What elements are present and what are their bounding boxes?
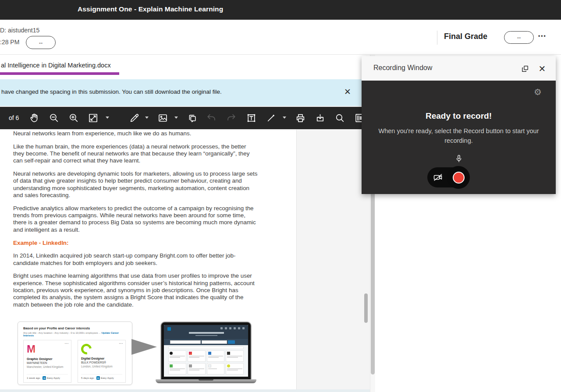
zoom-in-icon	[68, 113, 79, 124]
line-annotation-button[interactable]	[265, 112, 277, 124]
job-company: MAYNINETEEN	[27, 361, 68, 364]
laptop-headline-bar	[189, 332, 224, 334]
arrow-right-icon	[131, 339, 157, 355]
text-annotation-icon	[246, 113, 257, 124]
fit-to-page-button[interactable]	[87, 112, 99, 124]
assignment-title: Assignment One - Explain Machine Learnin…	[78, 5, 223, 13]
zoom-out-button[interactable]	[48, 112, 60, 124]
image-annotation-button[interactable]	[156, 112, 169, 124]
outer-scrollbar-thumb[interactable]	[371, 191, 375, 374]
image-options-caret-icon[interactable]	[174, 117, 178, 119]
zoom-in-button[interactable]	[67, 112, 80, 124]
laptop-illustration	[156, 322, 256, 383]
viewer-bottom-strip	[0, 389, 370, 392]
microphone-indicator	[362, 154, 556, 165]
copy-annotation-button[interactable]	[186, 112, 198, 124]
job-posted: 5 days ago ·	[81, 377, 96, 379]
maynineteen-logo: M	[27, 343, 38, 355]
record-button[interactable]	[447, 166, 470, 189]
pan-hand-icon	[29, 113, 40, 124]
recording-window-close-icon[interactable]: ✕	[536, 63, 548, 75]
download-button[interactable]	[314, 112, 326, 124]
job-title: Digital Designer	[81, 357, 122, 360]
header: D: aistudent15 :28 PM -- Final Grade -- …	[0, 20, 561, 55]
easy-apply-label: Easy Apply	[101, 377, 114, 379]
active-tab-underline	[0, 72, 119, 75]
job-footer: 1 week ago · in Easy Apply	[27, 374, 68, 380]
doc-paragraph: Neural networks learn from experience, m…	[13, 130, 258, 137]
undo-icon	[206, 113, 217, 124]
header-divider	[437, 31, 437, 45]
recording-window-header[interactable]: Recording Window ✕	[362, 56, 556, 81]
pen-annotation-button[interactable]	[128, 112, 140, 124]
document-viewer: al Intelligence in Digital Marketing.doc…	[0, 55, 375, 392]
recording-instructions: When you're ready, select the Record but…	[376, 126, 542, 145]
ready-to-record-heading: Ready to record!	[362, 111, 556, 121]
laptop-site-header	[164, 325, 248, 339]
job-card: ••• M Graphic Designer MAYNINETEEN Manch…	[23, 340, 71, 383]
fit-options-caret-icon[interactable]	[106, 117, 109, 119]
pan-tool-button[interactable]	[28, 112, 40, 124]
doc-paragraph: Like the human brain, the more experienc…	[13, 143, 258, 165]
zoom-out-icon	[49, 113, 60, 124]
overflow-menu-icon[interactable]: •••	[538, 33, 547, 39]
job-footer: 5 days ago · in Easy Apply	[81, 374, 122, 380]
student-id-text: D: aistudent15	[0, 27, 39, 34]
final-grade-pill[interactable]: --	[504, 31, 534, 44]
print-icon	[295, 113, 306, 124]
recording-window-title: Recording Window	[373, 64, 432, 72]
page-indicator: of 6	[9, 114, 19, 121]
search-button[interactable]	[334, 112, 346, 124]
text-annotation-button[interactable]	[245, 112, 257, 124]
example-heading: Example - LinkedIn:	[13, 240, 258, 247]
attempt-grade-pill[interactable]: --	[26, 36, 56, 49]
camera-off-icon	[433, 172, 444, 183]
microphone-icon	[454, 154, 464, 165]
easy-apply-label: Easy Apply	[47, 377, 60, 379]
laptop-filter-bar	[168, 346, 244, 349]
tab-document-file[interactable]: al Intelligence in Digital Marketing.doc…	[1, 62, 111, 69]
doc-paragraph: Predictive analytics allow marketers to …	[13, 205, 258, 233]
record-dot-icon	[453, 172, 465, 184]
recording-window-body: ⚙ Ready to record! When you're ready, se…	[362, 81, 556, 194]
laptop-jobs-grid	[164, 345, 248, 377]
search-icon	[334, 113, 345, 124]
download-icon	[315, 113, 326, 124]
job-posted: 1 week ago ·	[27, 377, 42, 379]
card-menu-icon: •••	[65, 342, 69, 345]
laptop-nav-icons	[220, 327, 245, 329]
popout-window-button[interactable]	[519, 63, 531, 74]
undo-button[interactable]	[205, 112, 217, 124]
document-text: Neural networks learn from experience, m…	[13, 130, 258, 314]
recording-controls	[427, 166, 470, 189]
final-grade-label: Final Grade	[444, 32, 487, 41]
laptop-screen	[161, 322, 251, 379]
submission-time-text: :28 PM	[0, 39, 19, 46]
laptop-location-field	[202, 340, 227, 344]
job-card: ••• Digital Designer BULK POWDERS® Londo…	[78, 340, 126, 383]
bulk-powders-logo	[79, 342, 93, 356]
line-options-caret-icon[interactable]	[283, 117, 286, 119]
copy-annotation-icon	[187, 113, 198, 124]
linkedin-panel-filters: Any job title - Any location - Any indus…	[23, 332, 127, 337]
filters-text: Any job title - Any location - Any indus…	[23, 332, 101, 334]
document-page: Neural networks learn from experience, m…	[0, 130, 297, 389]
pen-options-caret-icon[interactable]	[145, 117, 149, 119]
line-annotation-icon	[266, 113, 277, 124]
notification-banner: have changed the spacing in this submiss…	[0, 79, 370, 106]
notification-close-icon[interactable]: ✕	[341, 85, 354, 98]
print-button[interactable]	[294, 112, 306, 124]
linkedin-badge-icon: in	[43, 376, 46, 380]
recording-settings-gear-icon[interactable]: ⚙	[534, 88, 542, 96]
linkedin-jobs-panel: Based on your Profile and Career interes…	[18, 321, 132, 385]
inner-scrollbar-thumb[interactable]	[364, 293, 368, 323]
popout-icon	[521, 64, 529, 73]
notification-message: have changed the spacing in this submiss…	[1, 88, 222, 95]
laptop-search-row	[164, 339, 248, 345]
laptop-search-field	[170, 340, 201, 344]
linkedin-panel-title: Based on your Profile and Career interes…	[23, 326, 127, 330]
image-annotation-icon	[157, 113, 168, 124]
recording-window: Recording Window ✕ ⚙ Ready to record! Wh…	[362, 56, 556, 194]
redo-button[interactable]	[225, 112, 237, 124]
title-bar: Assignment One - Explain Machine Learnin…	[0, 0, 561, 20]
